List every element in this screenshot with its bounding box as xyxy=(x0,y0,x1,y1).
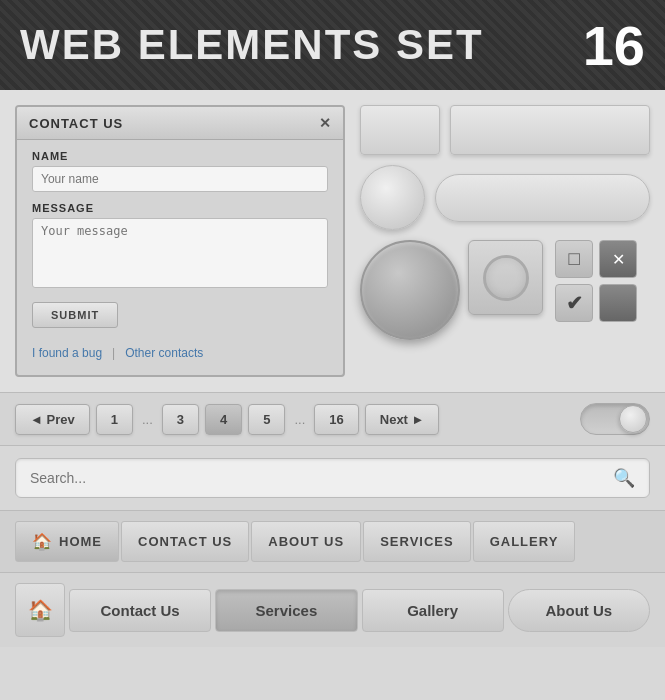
close-button[interactable]: ✕ xyxy=(319,115,331,131)
nav-services-button[interactable]: SERVICES xyxy=(363,521,471,562)
toggle-switch[interactable] xyxy=(580,403,650,435)
page-1-button[interactable]: 1 xyxy=(96,404,133,435)
page-4-button[interactable]: 4 xyxy=(205,404,242,435)
circle-small-button[interactable] xyxy=(360,165,425,230)
bottom-services-button[interactable]: Services xyxy=(215,589,357,632)
form-links: I found a bug | Other contacts xyxy=(17,338,343,360)
nav-gallery-button[interactable]: GALLERY xyxy=(473,521,576,562)
close-icon[interactable]: ✕ xyxy=(599,240,637,278)
link-divider: | xyxy=(112,346,115,360)
bottom-about-label: About Us xyxy=(546,602,613,619)
bottom-home-button[interactable]: 🏠 xyxy=(15,583,65,637)
page-3-button[interactable]: 3 xyxy=(162,404,199,435)
search-row: 🔍 xyxy=(0,446,665,511)
contact-panel: CONTACT US ✕ NAME MESSAGE SUBMIT I found… xyxy=(15,105,345,377)
square-dark-icon[interactable] xyxy=(599,284,637,322)
nav-home-label: HOME xyxy=(59,534,102,549)
buttons-row3: ☐ ✕ ✔ xyxy=(360,240,650,340)
name-input[interactable] xyxy=(32,166,328,192)
header-number: 16 xyxy=(583,13,645,78)
square-medium-button[interactable] xyxy=(468,240,543,315)
search-icon-button[interactable]: 🔍 xyxy=(613,467,635,489)
small-icons-area: ☐ ✕ ✔ xyxy=(555,240,637,322)
buttons-area: ☐ ✕ ✔ xyxy=(360,105,650,377)
rect-small-button[interactable] xyxy=(360,105,440,155)
contact-panel-title: CONTACT US xyxy=(29,116,123,131)
bottom-home-icon: 🏠 xyxy=(28,598,53,622)
dots-2: ... xyxy=(291,412,308,427)
contact-panel-header: CONTACT US ✕ xyxy=(17,107,343,140)
circle-large-button[interactable] xyxy=(360,240,460,340)
icon-row-bottom: ✔ xyxy=(555,284,637,322)
message-label: MESSAGE xyxy=(32,202,328,214)
pagination-row: ◄ Prev 1 ... 3 4 5 ... 16 Next ► xyxy=(0,392,665,446)
bottom-nav: 🏠 Contact Us Services Gallery About Us xyxy=(0,573,665,647)
dots-1: ... xyxy=(139,412,156,427)
buttons-row2 xyxy=(360,165,650,230)
bottom-contact-label: Contact Us xyxy=(101,602,180,619)
search-container: 🔍 xyxy=(15,458,650,498)
toggle-knob xyxy=(619,405,647,433)
nav-about-label: ABOUT US xyxy=(268,534,344,549)
next-button[interactable]: Next ► xyxy=(365,404,440,435)
nav-services-label: SERVICES xyxy=(380,534,454,549)
bottom-about-button[interactable]: About Us xyxy=(508,589,650,632)
rect-wide-button[interactable] xyxy=(450,105,650,155)
bug-link[interactable]: I found a bug xyxy=(32,346,102,360)
nav-home-button[interactable]: 🏠 HOME xyxy=(15,521,119,562)
buttons-row1 xyxy=(360,105,650,155)
contact-form: NAME MESSAGE SUBMIT xyxy=(17,140,343,338)
nav-contact-label: CONTACT US xyxy=(138,534,232,549)
bottom-gallery-label: Gallery xyxy=(407,602,458,619)
message-input[interactable] xyxy=(32,218,328,288)
page-5-button[interactable]: 5 xyxy=(248,404,285,435)
nav-contact-button[interactable]: CONTACT US xyxy=(121,521,249,562)
checkbox-checked-icon[interactable]: ✔ xyxy=(555,284,593,322)
page-16-button[interactable]: 16 xyxy=(314,404,358,435)
icon-row-top: ☐ ✕ xyxy=(555,240,637,278)
search-input[interactable] xyxy=(30,470,613,486)
home-icon: 🏠 xyxy=(32,532,53,551)
name-label: NAME xyxy=(32,150,328,162)
checkbox-unchecked-icon[interactable]: ☐ xyxy=(555,240,593,278)
pill-wide-button[interactable] xyxy=(435,174,650,222)
bottom-gallery-button[interactable]: Gallery xyxy=(362,589,504,632)
submit-button[interactable]: SUBMIT xyxy=(32,302,118,328)
main-content: CONTACT US ✕ NAME MESSAGE SUBMIT I found… xyxy=(0,90,665,392)
nav-about-button[interactable]: ABOUT US xyxy=(251,521,361,562)
nav-gallery-label: GALLERY xyxy=(490,534,559,549)
nav-bar: 🏠 HOME CONTACT US ABOUT US SERVICES GALL… xyxy=(0,511,665,573)
bottom-contact-button[interactable]: Contact Us xyxy=(69,589,211,632)
header: WEB ELEMENTS SET 16 xyxy=(0,0,665,90)
other-contacts-link[interactable]: Other contacts xyxy=(125,346,203,360)
header-title: WEB ELEMENTS SET xyxy=(20,21,484,69)
prev-button[interactable]: ◄ Prev xyxy=(15,404,90,435)
bottom-services-label: Services xyxy=(256,602,318,619)
